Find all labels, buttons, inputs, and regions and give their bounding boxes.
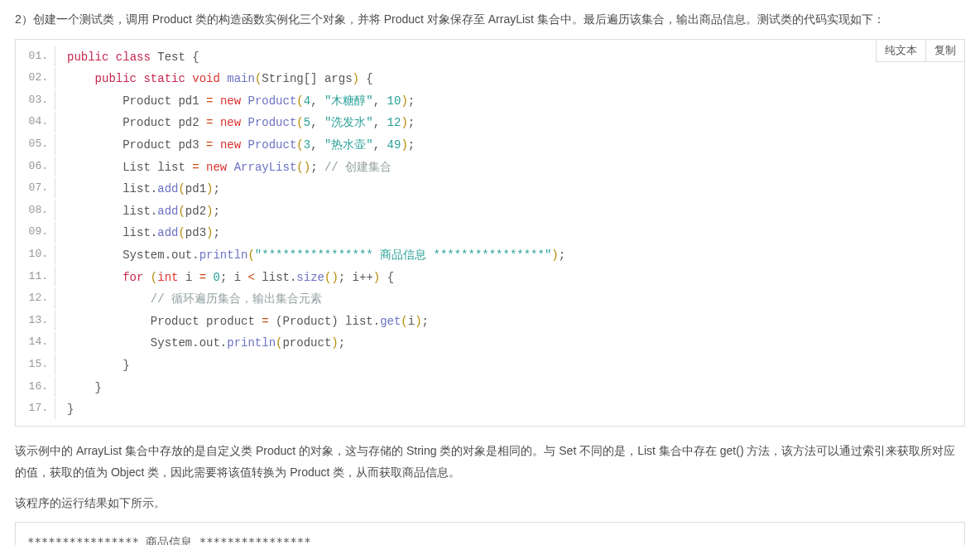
code-line: 14. System.out.println(product); xyxy=(16,332,964,354)
plain-text-button[interactable]: 纯文本 xyxy=(876,40,925,62)
line-number: 16. xyxy=(16,377,55,398)
line-number: 09. xyxy=(16,222,55,243)
code-line: 02. public static void main(String[] arg… xyxy=(16,68,964,90)
code-line: 06. List list = new ArrayList(); // 创建集合 xyxy=(16,157,964,179)
code-content: Product pd1 = new Product(4, "木糖醇", 10); xyxy=(55,90,415,113)
code-line: 10. System.out.println("****************… xyxy=(16,244,964,267)
code-content: List list = new ArrayList(); // 创建集合 xyxy=(55,157,392,179)
code-line: 04. Product pd2 = new Product(5, "洗发水", … xyxy=(16,112,964,134)
code-line: 09. list.add(pd3); xyxy=(16,222,964,244)
line-number: 01. xyxy=(16,46,55,67)
code-toolbar: 纯文本 复制 xyxy=(876,40,964,62)
result-intro-paragraph: 该程序的运行结果如下所示。 xyxy=(15,492,965,514)
copy-button[interactable]: 复制 xyxy=(925,40,964,62)
code-content: public class Test { xyxy=(55,46,199,69)
line-number: 13. xyxy=(16,311,55,331)
code-content: for (int i = 0; i < list.size(); i++) { xyxy=(55,267,394,289)
code-line: 01. public class Test { xyxy=(16,46,964,69)
code-line: 15. } xyxy=(16,354,964,377)
code-content: list.add(pd3); xyxy=(55,222,220,244)
line-number: 11. xyxy=(16,267,55,287)
code-lines: 01. public class Test { 02. public stati… xyxy=(16,40,964,426)
line-number: 15. xyxy=(16,354,55,375)
line-number: 03. xyxy=(16,90,55,111)
line-number: 08. xyxy=(16,200,55,221)
output-block: **************** 商品信息 **************** 商… xyxy=(15,522,965,545)
code-line: 07. list.add(pd1); xyxy=(16,178,964,200)
code-content: Product pd3 = new Product(3, "热水壶", 49); xyxy=(55,134,415,157)
code-content: // 循环遍历集合，输出集合元素 xyxy=(55,288,322,311)
code-line: 03. Product pd1 = new Product(4, "木糖醇", … xyxy=(16,90,964,113)
explain-paragraph: 该示例中的 ArrayList 集合中存放的是自定义类 Product 的对象，… xyxy=(15,440,965,484)
line-number: 04. xyxy=(16,112,55,133)
code-line: 05. Product pd3 = new Product(3, "热水壶", … xyxy=(16,134,964,157)
line-number: 05. xyxy=(16,134,55,155)
code-line: 08. list.add(pd2); xyxy=(16,200,964,223)
code-content: System.out.println("**************** 商品信… xyxy=(55,244,565,267)
line-number: 06. xyxy=(16,157,55,177)
code-line: 12. // 循环遍历集合，输出集合元素 xyxy=(16,288,964,311)
code-content: } xyxy=(55,354,130,377)
code-content: } xyxy=(55,398,74,421)
code-line: 17. } xyxy=(16,398,964,421)
code-content: list.add(pd2); xyxy=(55,200,220,223)
code-content: System.out.println(product); xyxy=(55,332,345,354)
code-content: list.add(pd1); xyxy=(55,178,220,200)
line-number: 07. xyxy=(16,178,55,199)
line-number: 14. xyxy=(16,332,55,353)
line-number: 12. xyxy=(16,288,55,309)
code-content: } xyxy=(55,377,102,399)
code-line: 16. } xyxy=(16,377,964,399)
code-content: Product product = (Product) list.get(i); xyxy=(55,311,429,333)
intro-paragraph: 2）创建一个测试类，调用 Product 类的构造函数实例化三个对象，并将 Pr… xyxy=(15,8,965,31)
code-line: 13. Product product = (Product) list.get… xyxy=(16,311,964,333)
code-line: 11. for (int i = 0; i < list.size(); i++… xyxy=(16,267,964,289)
code-content: public static void main(String[] args) { xyxy=(55,68,373,90)
code-block: 纯文本 复制 01. public class Test { 02. publi… xyxy=(15,39,965,427)
line-number: 17. xyxy=(16,398,55,419)
line-number: 10. xyxy=(16,244,55,265)
line-number: 02. xyxy=(16,68,55,89)
code-content: Product pd2 = new Product(5, "洗发水", 12); xyxy=(55,112,415,134)
